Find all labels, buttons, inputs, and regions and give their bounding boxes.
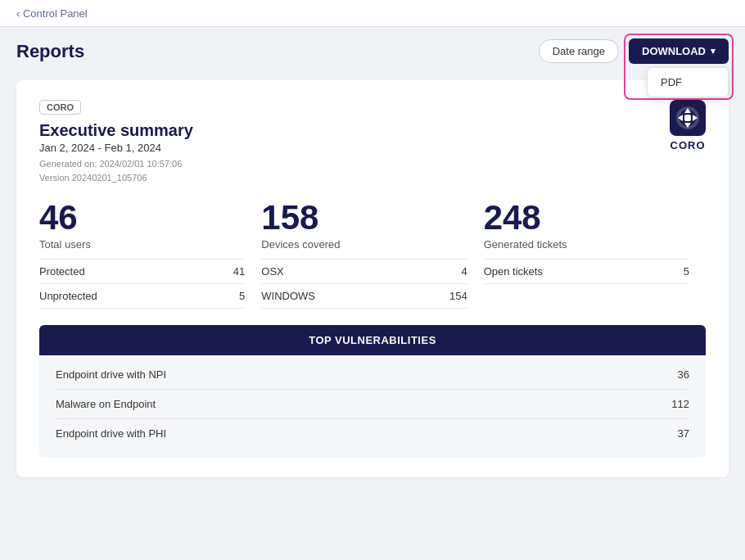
vulnerabilities-section: TOP VULNERABILITIES Endpoint drive with … — [39, 325, 706, 458]
header-right: Date range DOWNLOAD ▾ PDF — [539, 38, 729, 64]
vuln-count-1: 112 — [671, 398, 689, 410]
report-header-left: CORO Executive summary Jan 2, 2024 - Feb… — [39, 100, 193, 184]
download-wrapper: DOWNLOAD ▾ PDF — [629, 38, 729, 64]
vuln-name-0: Endpoint drive with NPI — [56, 368, 166, 381]
stat-row-osx: OSX 4 — [261, 260, 467, 284]
download-label: DOWNLOAD — [642, 45, 706, 57]
coro-logo-icon — [670, 100, 706, 136]
report-card-header: CORO Executive summary Jan 2, 2024 - Feb… — [39, 100, 706, 184]
stat-block-tickets: 248 Generated tickets Open tickets 5 — [484, 201, 706, 309]
vuln-row-2: Endpoint drive with PHI 37 — [56, 419, 689, 448]
stats-row: 46 Total users Protected 41 Unprotected … — [39, 201, 706, 309]
stat-row-name-open-tickets: Open tickets — [484, 265, 543, 278]
coro-logo-text: CORO — [670, 139, 706, 151]
stat-number-tickets: 248 — [484, 201, 689, 235]
coro-badge: CORO — [39, 100, 81, 115]
stat-rows-users: Protected 41 Unprotected 5 — [39, 259, 245, 309]
download-dropdown: PDF — [647, 67, 729, 97]
stat-rows-devices: OSX 4 WINDOWS 154 — [261, 259, 467, 309]
stat-label-users: Total users — [39, 238, 245, 251]
page-container: Control Panel Reports Date range DOWNLOA… — [0, 0, 745, 560]
stat-number-users: 46 — [39, 201, 245, 235]
stat-row-val-osx: 4 — [461, 265, 467, 278]
vuln-count-2: 37 — [678, 427, 689, 440]
stat-row-val-open-tickets: 5 — [684, 265, 689, 278]
stat-row-name-windows: WINDOWS — [261, 290, 315, 302]
vuln-table: Endpoint drive with NPI 36 Malware on En… — [39, 355, 706, 458]
svg-rect-1 — [684, 115, 691, 121]
breadcrumb[interactable]: Control Panel — [16, 7, 88, 20]
page-header: Reports Date range DOWNLOAD ▾ PDF — [0, 27, 745, 72]
stat-row-name-protected: Protected — [39, 265, 85, 278]
stat-label-devices: Devices covered — [261, 238, 467, 251]
stat-row-val-protected: 41 — [233, 265, 245, 278]
stat-label-tickets: Generated tickets — [484, 238, 689, 251]
report-title: Executive summary — [39, 121, 193, 140]
stat-block-users: 46 Total users Protected 41 Unprotected … — [39, 201, 261, 309]
stat-number-devices: 158 — [261, 201, 467, 235]
report-card: CORO Executive summary Jan 2, 2024 - Feb… — [16, 80, 729, 477]
stat-row-val-unprotected: 5 — [239, 290, 245, 302]
chevron-down-icon: ▾ — [711, 46, 716, 56]
dropdown-item-pdf[interactable]: PDF — [648, 68, 728, 97]
report-generated-on: Generated on: 2024/02/01 10:57:06 Versio… — [39, 157, 193, 184]
download-button[interactable]: DOWNLOAD ▾ — [629, 38, 729, 64]
stat-row-val-windows: 154 — [449, 290, 467, 302]
stat-row-protected: Protected 41 — [39, 260, 245, 284]
stat-row-open-tickets: Open tickets 5 — [484, 260, 689, 284]
main-content: CORO Executive summary Jan 2, 2024 - Feb… — [0, 72, 745, 494]
stat-row-windows: WINDOWS 154 — [261, 284, 467, 309]
vuln-row-1: Malware on Endpoint 112 — [56, 390, 689, 419]
vuln-name-1: Malware on Endpoint — [56, 398, 156, 410]
date-range-button[interactable]: Date range — [539, 39, 619, 63]
stat-row-name-unprotected: Unprotected — [39, 290, 97, 302]
vuln-name-2: Endpoint drive with PHI — [56, 427, 166, 440]
stat-row-unprotected: Unprotected 5 — [39, 284, 245, 309]
stat-rows-tickets: Open tickets 5 — [484, 259, 689, 284]
vuln-row-0: Endpoint drive with NPI 36 — [56, 360, 689, 390]
report-date: Jan 2, 2024 - Feb 1, 2024 — [39, 142, 193, 154]
vuln-count-0: 36 — [678, 368, 689, 381]
top-bar: Control Panel — [0, 0, 745, 27]
stat-row-name-osx: OSX — [261, 265, 283, 278]
stat-block-devices: 158 Devices covered OSX 4 WINDOWS 154 — [261, 201, 483, 309]
logo-area: CORO — [670, 100, 706, 151]
vuln-header: TOP VULNERABILITIES — [39, 325, 706, 355]
page-title: Reports — [16, 41, 84, 62]
